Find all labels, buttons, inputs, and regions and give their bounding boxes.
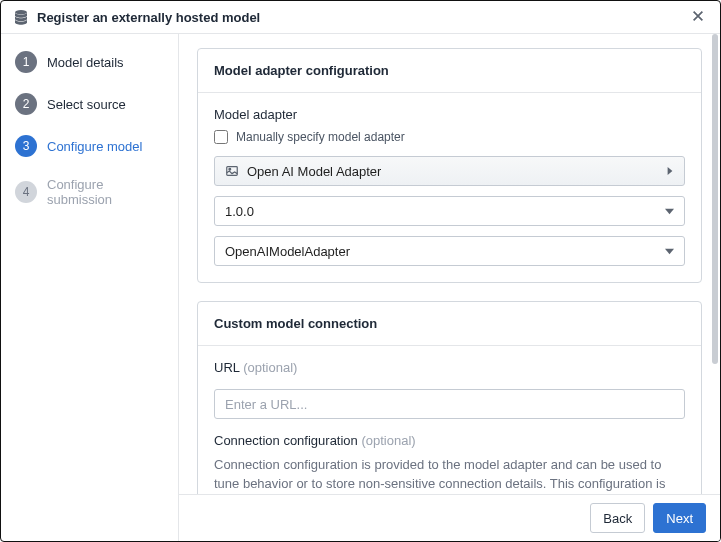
next-button[interactable]: Next <box>653 503 706 533</box>
version-select[interactable]: 1.0.0 <box>214 196 685 226</box>
cfg-optional-text: (optional) <box>361 433 415 448</box>
cfg-label-text: Connection configuration <box>214 433 358 448</box>
class-select[interactable]: OpenAIModelAdapter <box>214 236 685 266</box>
url-optional-text: (optional) <box>243 360 297 375</box>
class-select-value: OpenAIModelAdapter <box>225 244 350 259</box>
content-wrapper: Model adapter configuration Model adapte… <box>179 34 720 541</box>
cfg-description: Connection configuration is provided to … <box>214 456 685 494</box>
step-label: Configure submission <box>47 177 164 207</box>
package-icon <box>225 164 239 178</box>
step-number: 4 <box>15 181 37 203</box>
manual-adapter-checkbox-input[interactable] <box>214 130 228 144</box>
wizard-sidebar: 1 Model details 2 Select source 3 Config… <box>1 34 179 541</box>
dialog-footer: Back Next <box>179 494 720 541</box>
step-label: Select source <box>47 97 126 112</box>
step-label: Model details <box>47 55 124 70</box>
step-configure-model[interactable]: 3 Configure model <box>1 125 178 167</box>
step-number: 2 <box>15 93 37 115</box>
field-label-url: URL (optional) <box>214 360 685 375</box>
version-select-value: 1.0.0 <box>225 204 254 219</box>
step-configure-submission[interactable]: 4 Configure submission <box>1 167 178 217</box>
step-number: 1 <box>15 51 37 73</box>
url-input[interactable] <box>214 389 685 419</box>
adapter-select[interactable]: Open AI Model Adapter <box>214 156 685 186</box>
checkbox-label: Manually specify model adapter <box>236 130 405 144</box>
chevron-down-icon <box>665 247 674 256</box>
step-model-details[interactable]: 1 Model details <box>1 41 178 83</box>
dialog-header: Register an externally hosted model <box>1 1 720 34</box>
svg-point-0 <box>15 10 27 14</box>
chevron-down-icon <box>665 207 674 216</box>
content-scroll[interactable]: Model adapter configuration Model adapte… <box>179 34 720 494</box>
close-button[interactable] <box>688 7 708 27</box>
step-number: 3 <box>15 135 37 157</box>
step-label: Configure model <box>47 139 142 154</box>
card-title: Custom model connection <box>198 302 701 346</box>
url-label-text: URL <box>214 360 240 375</box>
manual-adapter-checkbox[interactable]: Manually specify model adapter <box>214 130 685 144</box>
close-icon <box>691 7 705 28</box>
card-title: Model adapter configuration <box>198 49 701 93</box>
field-label-cfg: Connection configuration (optional) <box>214 433 685 448</box>
card-body: Model adapter Manually specify model ada… <box>198 93 701 282</box>
field-label-adapter: Model adapter <box>214 107 685 122</box>
dialog-body: 1 Model details 2 Select source 3 Config… <box>1 34 720 541</box>
dialog-title: Register an externally hosted model <box>37 10 260 25</box>
svg-point-2 <box>229 168 231 170</box>
header-left: Register an externally hosted model <box>13 9 260 25</box>
adapter-select-value: Open AI Model Adapter <box>247 164 381 179</box>
card-custom-connection: Custom model connection URL (optional) C… <box>197 301 702 494</box>
dialog-register-model: Register an externally hosted model 1 Mo… <box>0 0 721 542</box>
chevron-right-icon <box>666 167 674 175</box>
back-button[interactable]: Back <box>590 503 645 533</box>
card-body: URL (optional) Connection configuration … <box>198 346 701 494</box>
step-select-source[interactable]: 2 Select source <box>1 83 178 125</box>
database-icon <box>13 9 29 25</box>
card-model-adapter: Model adapter configuration Model adapte… <box>197 48 702 283</box>
scrollbar-thumb[interactable] <box>712 34 718 364</box>
